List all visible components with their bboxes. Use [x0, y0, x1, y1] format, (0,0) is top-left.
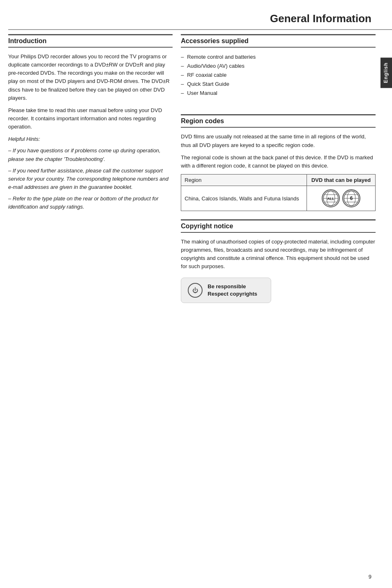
copyright-section-title: Copyright notice: [181, 219, 376, 233]
copyright-circle-icon: ⏻: [188, 283, 203, 298]
region-icons-cell: ALL: [307, 186, 375, 211]
region-table: Region DVD that can be played China, Cal…: [181, 174, 376, 211]
hint-2: – If you need further assistance, please…: [8, 167, 173, 191]
list-item: Audio/Video (AV) cables: [181, 62, 376, 71]
dvd-col-header: DVD that can be played: [307, 175, 375, 186]
introduction-section-title: Introduction: [8, 34, 173, 48]
list-item: User Manual: [181, 89, 376, 98]
region-codes-para-2: The regional code is shown at the back p…: [181, 154, 376, 170]
copyright-line2: Respect copyrights: [208, 290, 257, 298]
helpful-hints-label: Helpful Hints:: [8, 135, 173, 143]
copyright-badge-text: Be responsible Respect copyrights: [208, 283, 257, 298]
language-sidebar-tab: English: [380, 57, 392, 88]
introduction-para-2: Please take time to read this user manua…: [8, 106, 173, 131]
hint-3: – Refer to the type plate on the rear or…: [8, 195, 173, 211]
hint-1: – If you have questions or if problems c…: [8, 147, 173, 163]
accessories-section-title: Accessories supplied: [181, 34, 376, 48]
copyright-line1: Be responsible: [208, 283, 257, 290]
region-icons: ALL: [310, 189, 372, 207]
page-title-bar: General Information: [8, 8, 392, 30]
page-number: 9: [369, 574, 371, 580]
copyright-badge: ⏻ Be responsible Respect copyrights: [181, 278, 271, 303]
right-column: Accessories supplied Remote control and …: [181, 34, 392, 580]
region-codes-para-1: DVD films are usually not released at th…: [181, 133, 376, 149]
region-codes-section-title: Region codes: [181, 114, 376, 128]
accessories-list: Remote control and batteries Audio/Video…: [181, 53, 376, 98]
table-row: China, Calcos Islands, Walls and Futuna …: [181, 186, 376, 211]
svg-text:ALL: ALL: [327, 197, 334, 201]
page-title: General Information: [270, 12, 371, 25]
list-item: Quick Start Guide: [181, 80, 376, 89]
left-column: Introduction Your Philips DVD recorder a…: [8, 34, 181, 580]
region-col-header: Region: [181, 175, 307, 186]
list-item: RF coaxial cable: [181, 71, 376, 80]
introduction-para-1: Your Philips DVD recorder allows you to …: [8, 53, 173, 102]
list-item: Remote control and batteries: [181, 53, 376, 62]
svg-text:6: 6: [350, 195, 353, 201]
region-name: China, Calcos Islands, Walls and Futuna …: [181, 186, 307, 211]
copyright-para: The making of unauthorised copies of cop…: [181, 238, 376, 271]
globe-6-icon: 6: [342, 189, 360, 207]
globe-all-icon: ALL: [322, 189, 340, 207]
